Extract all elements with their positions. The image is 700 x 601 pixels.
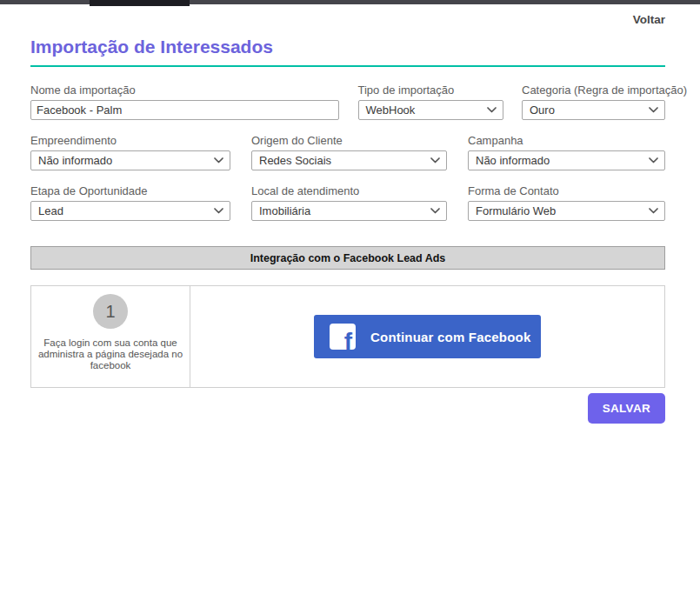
form-row-1: Nome da importação Tipo de importação We… [30, 83, 665, 120]
field-label: Origem do Cliente [251, 134, 447, 147]
chevron-down-icon [214, 157, 223, 164]
field-tipo-importacao: Tipo de importação WebHook [358, 83, 503, 120]
categoria-select[interactable]: Ouro [522, 100, 665, 120]
form-row-3: Etapa de Oportunidade Lead Local de aten… [30, 184, 665, 221]
field-label: Etapa de Oportunidade [30, 184, 230, 197]
step-instruction-text: Faça login com sua conta que administra … [31, 337, 190, 371]
integration-section-header: Integração com o Facebook Lead Ads [30, 246, 665, 270]
campanha-select[interactable]: Não informado [468, 150, 665, 170]
tipo-importacao-select[interactable]: WebHook [358, 100, 503, 120]
empreendimento-select[interactable]: Não informado [30, 150, 230, 170]
field-label: Categoria (Regra de importação) [522, 83, 665, 97]
field-label: Tipo de importação [358, 83, 503, 97]
selected-value: Imobiliária [259, 204, 310, 217]
selected-value: Lead [38, 204, 63, 217]
page-title: Importação de Interessados [30, 37, 665, 57]
local-atendimento-select[interactable]: Imobiliária [251, 201, 447, 221]
field-etapa-oportunidade: Etapa de Oportunidade Lead [30, 184, 230, 221]
nome-importacao-input[interactable] [30, 100, 339, 120]
facebook-login-panel: f Continuar com Facebook [190, 286, 664, 387]
back-link[interactable]: Voltar [633, 13, 665, 26]
form-row-2: Empreendimento Não informado Origem do C… [30, 134, 665, 170]
back-row: Voltar [30, 4, 665, 29]
forma-contato-select[interactable]: Formulário Web [468, 201, 665, 221]
chevron-down-icon [430, 157, 440, 164]
actions-row: SALVAR [30, 393, 665, 424]
etapa-oportunidade-select[interactable]: Lead [30, 201, 230, 221]
chevron-down-icon [214, 208, 223, 214]
chevron-down-icon [649, 157, 658, 164]
field-label: Nome da importação [30, 83, 339, 97]
field-label: Local de atendimento [251, 184, 447, 197]
step-number-badge: 1 [93, 294, 128, 329]
facebook-icon: f [330, 324, 356, 350]
title-divider [30, 65, 665, 67]
browser-top-strip [0, 0, 700, 4]
import-form-page: Voltar Importação de Interessados Nome d… [0, 4, 700, 424]
facebook-integration-box: 1 Faça login com sua conta que administr… [30, 285, 665, 388]
selected-value: Não informado [476, 154, 550, 167]
selected-value: WebHook [366, 104, 416, 117]
field-label: Empreendimento [30, 134, 230, 147]
field-label: Forma de Contato [468, 184, 665, 197]
chevron-down-icon [649, 208, 658, 214]
facebook-button-label: Continuar com Facebook [370, 330, 530, 344]
field-origem-cliente: Origem do Cliente Redes Sociais [251, 134, 447, 170]
selected-value: Ouro [530, 104, 555, 117]
field-categoria: Categoria (Regra de importação) Ouro [522, 83, 665, 120]
field-label: Campanha [468, 134, 665, 147]
field-nome-importacao: Nome da importação [30, 83, 339, 120]
save-button[interactable]: SALVAR [588, 393, 665, 424]
selected-value: Formulário Web [476, 204, 556, 217]
origem-cliente-select[interactable]: Redes Sociais [251, 150, 447, 170]
continue-with-facebook-button[interactable]: f Continuar com Facebook [314, 315, 541, 358]
chevron-down-icon [487, 107, 497, 113]
field-campanha: Campanha Não informado [468, 134, 665, 170]
selected-value: Redes Sociais [259, 154, 331, 167]
field-forma-contato: Forma de Contato Formulário Web [468, 184, 665, 221]
selected-value: Não informado [38, 154, 112, 167]
chevron-down-icon [430, 208, 440, 214]
step-1-panel: 1 Faça login com sua conta que administr… [31, 286, 190, 387]
browser-tab-remnant [90, 0, 190, 6]
field-local-atendimento: Local de atendimento Imobiliária [251, 184, 447, 221]
field-empreendimento: Empreendimento Não informado [30, 134, 230, 170]
chevron-down-icon [649, 107, 658, 113]
